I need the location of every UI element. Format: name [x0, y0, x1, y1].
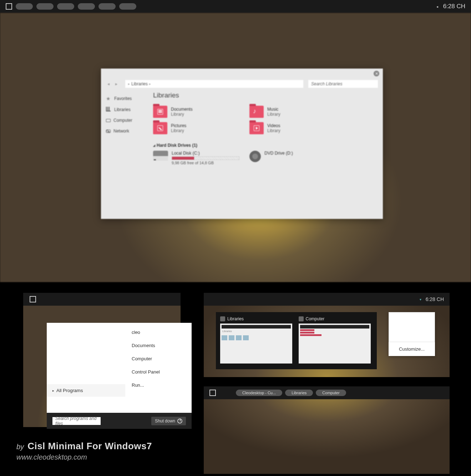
- star-icon: ★: [106, 96, 111, 101]
- sm-documents[interactable]: Documents: [132, 339, 185, 352]
- sidebar-item-computer[interactable]: Computer: [106, 115, 142, 126]
- taskbar-item-1[interactable]: Cleodesktop - Cu...: [236, 390, 282, 396]
- taskbar-app-1[interactable]: [16, 3, 33, 10]
- taskbar-app-6[interactable]: [119, 3, 136, 10]
- desktop-alttab: ▾ 6:28 CH Libraries Libraries Computer C…: [204, 293, 450, 377]
- drive-c[interactable]: Local Disk (C:) 9,98 GB free of 14,8 GB: [153, 151, 242, 165]
- start-search-input[interactable]: Search programs and files: [52, 417, 101, 425]
- alttab-item-libraries[interactable]: Libraries Libraries: [220, 316, 294, 365]
- search-input[interactable]: Search Libraries: [308, 80, 378, 88]
- network-icon: [106, 130, 111, 133]
- folder-documents-icon: [153, 106, 167, 118]
- back-icon[interactable]: ◂: [106, 81, 111, 87]
- taskbar-item-2[interactable]: Libraries: [285, 390, 313, 396]
- chevron-right-icon: ▸: [149, 82, 151, 86]
- library-icon: [106, 107, 111, 112]
- main-pane: Libraries DocumentsLibrary MusicLibrary: [147, 89, 383, 214]
- alttab-item-computer[interactable]: Computer: [299, 316, 373, 365]
- sidebar-item-favorites[interactable]: ★Favorites: [106, 93, 142, 104]
- wallpaper: ✕ ◂ ▸ ▸ Libraries ▸ Search Libraries ★Fa…: [0, 13, 471, 282]
- power-icon: [177, 419, 182, 424]
- all-programs[interactable]: ▸All Programs: [47, 384, 125, 397]
- taskbar: ▾ 6:28 CH: [204, 293, 450, 306]
- nav-bar: ◂ ▸ ▸ Libraries ▸ Search Libraries: [101, 79, 383, 89]
- explorer-window: ✕ ◂ ▸ ▸ Libraries ▸ Search Libraries ★Fa…: [101, 69, 383, 219]
- taskbar-app-5[interactable]: [98, 3, 116, 10]
- folder-icon: [220, 316, 225, 321]
- desktop-main: ◂ 6:28 CH ✕ ◂ ▸ ▸ Libraries ▸ Search Lib…: [0, 0, 471, 282]
- chevron-right-icon: ▸: [52, 389, 54, 392]
- taskbar-app-2[interactable]: [36, 3, 54, 10]
- personalize-popup: Customize...: [389, 312, 435, 356]
- lib-pictures[interactable]: PicturesLibrary: [153, 122, 242, 134]
- sm-run[interactable]: Run...: [132, 379, 185, 392]
- section-drives-header[interactable]: ◢Hard Disk Drives (1): [153, 143, 377, 148]
- lib-music[interactable]: MusicLibrary: [249, 106, 339, 118]
- thumbnail: [299, 324, 371, 364]
- lib-videos[interactable]: VideosLibrary: [249, 122, 339, 134]
- drive-d[interactable]: DVD Drive (D:): [249, 151, 339, 165]
- hdd-icon: [153, 151, 168, 161]
- desktop-taskbar-demo: Cleodesktop - Cu... Libraries Computer: [204, 386, 450, 474]
- taskbar-item-3[interactable]: Computer: [316, 390, 346, 396]
- computer-icon: [106, 119, 111, 122]
- tray-arrow-icon[interactable]: ◂: [436, 5, 438, 9]
- forward-icon[interactable]: ▸: [114, 81, 119, 87]
- sidebar-item-network[interactable]: Network: [106, 126, 142, 136]
- alt-tab-switcher: Libraries Libraries Computer: [216, 312, 377, 369]
- titlebar[interactable]: ✕: [101, 69, 383, 79]
- sm-computer[interactable]: Computer: [132, 352, 185, 365]
- start-button[interactable]: [209, 390, 216, 396]
- shutdown-button[interactable]: Shut down: [151, 417, 186, 425]
- page-title: Libraries: [153, 91, 377, 99]
- sidebar-item-libraries[interactable]: Libraries: [106, 104, 142, 115]
- chevron-right-icon: ▸: [128, 82, 130, 86]
- folder-pictures-icon: [153, 122, 167, 134]
- start-button[interactable]: [30, 296, 36, 302]
- folder-videos-icon: [249, 122, 264, 134]
- sidebar: ★Favorites Libraries Computer Network: [101, 89, 147, 214]
- expand-icon: ◢: [153, 144, 155, 147]
- close-icon[interactable]: ✕: [374, 71, 379, 76]
- sm-user[interactable]: cleo: [132, 326, 185, 339]
- desktop-startmenu: ▸All Programs cleo Documents Computer Co…: [23, 293, 181, 427]
- start-right-pane: cleo Documents Computer Control Panel Ru…: [125, 323, 192, 413]
- sm-control-panel[interactable]: Control Panel: [132, 365, 185, 379]
- customize-link[interactable]: Customize...: [389, 342, 435, 356]
- taskbar: [23, 293, 181, 306]
- start-bottom: Search programs and files Shut down: [47, 413, 192, 429]
- taskbar-top: ◂ 6:28 CH: [0, 0, 471, 13]
- thumbnail: Libraries: [220, 324, 292, 364]
- taskbar-app-4[interactable]: [78, 3, 95, 10]
- theme-credits: byCisl Minimal For Windows7 www.cleodesk…: [16, 441, 152, 461]
- folder-music-icon: [249, 106, 264, 118]
- theme-thumbnail[interactable]: [389, 312, 435, 342]
- drive-usage-bar: [172, 156, 239, 160]
- dvd-icon: [249, 151, 261, 162]
- start-menu: ▸All Programs cleo Documents Computer Co…: [47, 323, 192, 429]
- breadcrumb-item[interactable]: Libraries: [131, 81, 148, 86]
- taskbar-app-3[interactable]: [57, 3, 74, 10]
- computer-icon: [299, 316, 304, 321]
- tray: ◂ 6:28 CH: [436, 3, 465, 10]
- clock[interactable]: 6:28 CH: [426, 296, 444, 302]
- breadcrumb[interactable]: ▸ Libraries ▸: [125, 80, 303, 88]
- start-button[interactable]: [6, 3, 12, 10]
- dropdown-icon[interactable]: ▾: [420, 297, 421, 301]
- lib-documents[interactable]: DocumentsLibrary: [153, 106, 242, 118]
- clock[interactable]: 6:28 CH: [443, 3, 465, 10]
- taskbar: Cleodesktop - Cu... Libraries Computer: [204, 386, 450, 399]
- start-left-pane: ▸All Programs: [47, 323, 125, 413]
